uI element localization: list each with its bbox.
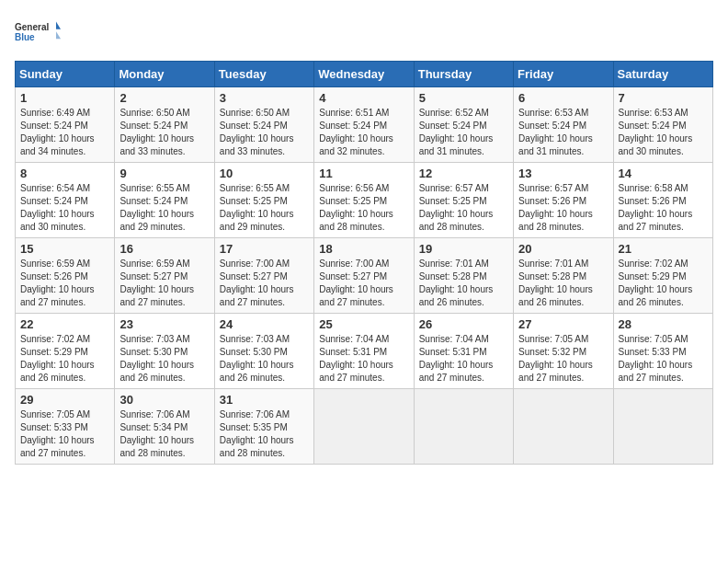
calendar-cell: 4Sunrise: 6:51 AMSunset: 5:24 PMDaylight… bbox=[314, 87, 414, 163]
day-info: Sunrise: 7:05 AMSunset: 5:33 PMDaylight:… bbox=[619, 333, 708, 385]
day-number: 21 bbox=[619, 242, 708, 256]
calendar-cell: 22Sunrise: 7:02 AMSunset: 5:29 PMDayligh… bbox=[16, 314, 115, 389]
day-number: 19 bbox=[419, 242, 508, 256]
day-info: Sunrise: 7:05 AMSunset: 5:32 PMDaylight:… bbox=[518, 333, 608, 385]
day-number: 16 bbox=[119, 242, 209, 256]
logo: General Blue bbox=[15, 15, 61, 52]
calendar-cell: 3Sunrise: 6:50 AMSunset: 5:24 PMDaylight… bbox=[214, 87, 313, 163]
calendar-cell: 16Sunrise: 6:59 AMSunset: 5:27 PMDayligh… bbox=[115, 238, 214, 314]
calendar-cell: 31Sunrise: 7:06 AMSunset: 5:35 PMDayligh… bbox=[214, 389, 313, 465]
day-header-sunday: Sunday bbox=[16, 62, 115, 87]
calendar-cell: 19Sunrise: 7:01 AMSunset: 5:28 PMDayligh… bbox=[414, 238, 513, 314]
day-info: Sunrise: 6:59 AMSunset: 5:27 PMDaylight:… bbox=[119, 258, 209, 309]
day-info: Sunrise: 7:06 AMSunset: 5:34 PMDaylight:… bbox=[119, 408, 209, 460]
calendar-cell: 15Sunrise: 6:59 AMSunset: 5:26 PMDayligh… bbox=[16, 238, 115, 314]
svg-marker-2 bbox=[56, 22, 61, 29]
day-number: 9 bbox=[119, 167, 209, 180]
calendar-cell bbox=[414, 389, 513, 465]
day-number: 23 bbox=[119, 317, 209, 331]
calendar-cell bbox=[514, 389, 613, 465]
week-row-2: 8Sunrise: 6:54 AMSunset: 5:24 PMDaylight… bbox=[16, 163, 713, 238]
week-row-4: 22Sunrise: 7:02 AMSunset: 5:29 PMDayligh… bbox=[16, 314, 713, 389]
day-header-thursday: Thursday bbox=[414, 62, 513, 87]
day-header-friday: Friday bbox=[514, 62, 613, 87]
calendar-cell: 5Sunrise: 6:52 AMSunset: 5:24 PMDaylight… bbox=[414, 87, 513, 163]
day-number: 4 bbox=[319, 91, 408, 105]
calendar-header-row: SundayMondayTuesdayWednesdayThursdayFrid… bbox=[16, 62, 713, 87]
calendar-cell: 18Sunrise: 7:00 AMSunset: 5:27 PMDayligh… bbox=[314, 238, 414, 314]
calendar-cell bbox=[314, 389, 414, 465]
day-number: 29 bbox=[20, 393, 109, 407]
day-number: 7 bbox=[619, 91, 708, 105]
calendar-cell: 9Sunrise: 6:55 AMSunset: 5:24 PMDaylight… bbox=[115, 163, 214, 238]
calendar-cell: 13Sunrise: 6:57 AMSunset: 5:26 PMDayligh… bbox=[514, 163, 613, 238]
calendar-cell bbox=[613, 389, 712, 465]
day-info: Sunrise: 7:00 AMSunset: 5:27 PMDaylight:… bbox=[319, 258, 408, 309]
svg-text:Blue: Blue bbox=[15, 32, 35, 42]
day-number: 5 bbox=[419, 91, 508, 105]
calendar-cell: 6Sunrise: 6:53 AMSunset: 5:24 PMDaylight… bbox=[514, 87, 613, 163]
day-info: Sunrise: 7:01 AMSunset: 5:28 PMDaylight:… bbox=[419, 258, 508, 309]
day-number: 30 bbox=[119, 393, 209, 407]
day-number: 31 bbox=[220, 393, 309, 407]
day-number: 10 bbox=[220, 167, 309, 180]
day-info: Sunrise: 7:02 AMSunset: 5:29 PMDaylight:… bbox=[20, 333, 109, 385]
day-number: 13 bbox=[518, 167, 608, 180]
calendar-cell: 8Sunrise: 6:54 AMSunset: 5:24 PMDaylight… bbox=[16, 163, 115, 238]
calendar-cell: 12Sunrise: 6:57 AMSunset: 5:25 PMDayligh… bbox=[414, 163, 513, 238]
day-number: 12 bbox=[419, 167, 508, 180]
calendar-cell: 25Sunrise: 7:04 AMSunset: 5:31 PMDayligh… bbox=[314, 314, 414, 389]
day-info: Sunrise: 6:51 AMSunset: 5:24 PMDaylight:… bbox=[319, 107, 408, 158]
day-info: Sunrise: 6:53 AMSunset: 5:24 PMDaylight:… bbox=[518, 107, 608, 158]
calendar-cell: 11Sunrise: 6:56 AMSunset: 5:25 PMDayligh… bbox=[314, 163, 414, 238]
day-info: Sunrise: 6:59 AMSunset: 5:26 PMDaylight:… bbox=[20, 258, 109, 309]
day-number: 11 bbox=[319, 167, 408, 180]
calendar-cell: 24Sunrise: 7:03 AMSunset: 5:30 PMDayligh… bbox=[214, 314, 313, 389]
day-info: Sunrise: 6:53 AMSunset: 5:24 PMDaylight:… bbox=[619, 107, 708, 158]
day-header-tuesday: Tuesday bbox=[214, 62, 313, 87]
day-number: 18 bbox=[319, 242, 408, 256]
logo-svg: General Blue bbox=[15, 15, 61, 52]
day-info: Sunrise: 6:57 AMSunset: 5:25 PMDaylight:… bbox=[419, 182, 508, 234]
day-info: Sunrise: 7:03 AMSunset: 5:30 PMDaylight:… bbox=[220, 333, 309, 385]
calendar-table: SundayMondayTuesdayWednesdayThursdayFrid… bbox=[15, 61, 713, 465]
day-info: Sunrise: 6:55 AMSunset: 5:24 PMDaylight:… bbox=[119, 182, 209, 234]
day-number: 15 bbox=[20, 242, 109, 256]
day-info: Sunrise: 6:52 AMSunset: 5:24 PMDaylight:… bbox=[419, 107, 508, 158]
day-info: Sunrise: 6:54 AMSunset: 5:24 PMDaylight:… bbox=[20, 182, 109, 234]
calendar-cell: 1Sunrise: 6:49 AMSunset: 5:24 PMDaylight… bbox=[16, 87, 115, 163]
day-number: 3 bbox=[220, 91, 309, 105]
day-info: Sunrise: 7:03 AMSunset: 5:30 PMDaylight:… bbox=[119, 333, 209, 385]
day-number: 24 bbox=[220, 317, 309, 331]
day-number: 20 bbox=[518, 242, 608, 256]
week-row-5: 29Sunrise: 7:05 AMSunset: 5:33 PMDayligh… bbox=[16, 389, 713, 465]
week-row-1: 1Sunrise: 6:49 AMSunset: 5:24 PMDaylight… bbox=[16, 87, 713, 163]
day-number: 2 bbox=[119, 91, 209, 105]
calendar-cell: 27Sunrise: 7:05 AMSunset: 5:32 PMDayligh… bbox=[514, 314, 613, 389]
day-info: Sunrise: 6:50 AMSunset: 5:24 PMDaylight:… bbox=[119, 107, 209, 158]
day-info: Sunrise: 7:01 AMSunset: 5:28 PMDaylight:… bbox=[518, 258, 608, 309]
day-info: Sunrise: 7:06 AMSunset: 5:35 PMDaylight:… bbox=[220, 408, 309, 460]
day-info: Sunrise: 6:58 AMSunset: 5:26 PMDaylight:… bbox=[619, 182, 708, 234]
svg-text:General: General bbox=[15, 22, 49, 32]
day-number: 22 bbox=[20, 317, 109, 331]
day-info: Sunrise: 6:56 AMSunset: 5:25 PMDaylight:… bbox=[319, 182, 408, 234]
day-info: Sunrise: 7:04 AMSunset: 5:31 PMDaylight:… bbox=[419, 333, 508, 385]
day-number: 17 bbox=[220, 242, 309, 256]
svg-marker-3 bbox=[56, 31, 61, 39]
calendar-cell: 30Sunrise: 7:06 AMSunset: 5:34 PMDayligh… bbox=[115, 389, 214, 465]
calendar-cell: 10Sunrise: 6:55 AMSunset: 5:25 PMDayligh… bbox=[214, 163, 313, 238]
calendar-cell: 26Sunrise: 7:04 AMSunset: 5:31 PMDayligh… bbox=[414, 314, 513, 389]
calendar-cell: 29Sunrise: 7:05 AMSunset: 5:33 PMDayligh… bbox=[16, 389, 115, 465]
day-info: Sunrise: 7:04 AMSunset: 5:31 PMDaylight:… bbox=[319, 333, 408, 385]
calendar-cell: 23Sunrise: 7:03 AMSunset: 5:30 PMDayligh… bbox=[115, 314, 214, 389]
page-header: General Blue bbox=[15, 15, 713, 52]
calendar-cell: 17Sunrise: 7:00 AMSunset: 5:27 PMDayligh… bbox=[214, 238, 313, 314]
calendar-cell: 20Sunrise: 7:01 AMSunset: 5:28 PMDayligh… bbox=[514, 238, 613, 314]
day-info: Sunrise: 6:57 AMSunset: 5:26 PMDaylight:… bbox=[518, 182, 608, 234]
calendar-body: 1Sunrise: 6:49 AMSunset: 5:24 PMDaylight… bbox=[16, 87, 713, 465]
day-header-monday: Monday bbox=[115, 62, 214, 87]
calendar-cell: 28Sunrise: 7:05 AMSunset: 5:33 PMDayligh… bbox=[613, 314, 712, 389]
day-number: 14 bbox=[619, 167, 708, 180]
calendar-cell: 2Sunrise: 6:50 AMSunset: 5:24 PMDaylight… bbox=[115, 87, 214, 163]
